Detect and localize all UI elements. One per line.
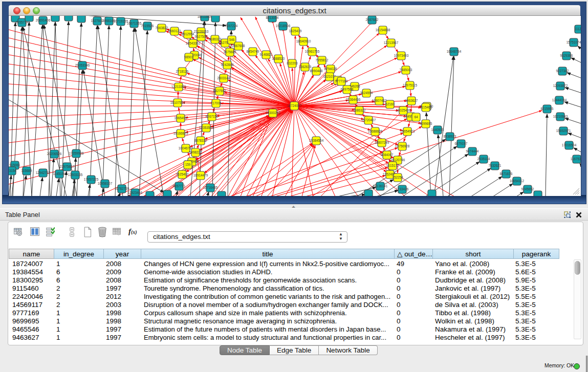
svg-text:1588520: 1588520 (272, 57, 285, 60)
svg-text:17359928: 17359928 (69, 151, 84, 155)
svg-text:8267150: 8267150 (206, 115, 219, 118)
svg-text:12444194: 12444194 (552, 98, 567, 102)
svg-text:10973493: 10973493 (394, 54, 409, 57)
svg-text:12213967: 12213967 (384, 41, 399, 45)
svg-text:9084067: 9084067 (381, 153, 394, 157)
svg-text:20691406: 20691406 (36, 18, 51, 22)
svg-text:8427552: 8427552 (213, 89, 226, 93)
svg-text:16154838: 16154838 (376, 28, 390, 32)
svg-text:9474444: 9474444 (466, 149, 479, 153)
svg-text:9242848: 9242848 (221, 63, 234, 67)
svg-text:7485003: 7485003 (400, 68, 412, 72)
svg-text:3624554: 3624554 (360, 91, 373, 95)
svg-text:17957225: 17957225 (84, 178, 99, 181)
svg-text:19218506: 19218506 (276, 24, 291, 28)
svg-text:8813054: 8813054 (266, 16, 279, 19)
svg-text:16033809: 16033809 (198, 16, 212, 18)
svg-text:6879197: 6879197 (455, 142, 468, 145)
svg-text:252254: 252254 (392, 176, 403, 179)
svg-text:9777169: 9777169 (335, 79, 348, 83)
svg-text:9146821: 9146821 (260, 53, 273, 56)
svg-text:832203: 832203 (287, 61, 298, 65)
svg-text:8990448: 8990448 (310, 69, 323, 73)
svg-text:13503135: 13503135 (68, 173, 83, 177)
svg-text:29053346: 29053346 (75, 63, 90, 67)
svg-text:159: 159 (185, 163, 191, 166)
svg-text:9329366: 9329366 (560, 54, 573, 57)
svg-text:12093872: 12093872 (553, 84, 568, 87)
svg-text:16648784: 16648784 (447, 50, 462, 53)
svg-text:15692971: 15692971 (556, 129, 571, 133)
svg-text:915061: 915061 (9, 163, 20, 167)
svg-text:9245652: 9245652 (521, 187, 534, 191)
svg-text:2935114: 2935114 (477, 157, 490, 161)
svg-text:14136141: 14136141 (373, 184, 388, 188)
svg-text:9657771: 9657771 (173, 184, 186, 188)
svg-text:19756928: 19756928 (395, 144, 410, 148)
svg-text:8454749: 8454749 (247, 50, 259, 53)
svg-text:16671355: 16671355 (127, 21, 142, 25)
svg-text:10807487: 10807487 (372, 99, 387, 102)
svg-text:16120746: 16120746 (390, 158, 405, 162)
svg-text:17016504: 17016504 (562, 143, 577, 147)
svg-text:23975857: 23975857 (60, 165, 75, 168)
svg-text:7632621: 7632621 (489, 164, 502, 167)
svg-text:16914479: 16914479 (193, 173, 208, 177)
svg-text:12942737: 12942737 (36, 171, 51, 174)
svg-text:6497568: 6497568 (341, 87, 354, 91)
svg-text:717006: 717006 (210, 101, 222, 105)
svg-text:12213369: 12213369 (171, 85, 186, 89)
svg-text:8938923: 8938923 (444, 135, 456, 138)
svg-text:6794028: 6794028 (324, 67, 337, 71)
svg-text:9227342: 9227342 (556, 69, 569, 73)
svg-text:16782759: 16782759 (115, 187, 129, 190)
svg-text:11923446: 11923446 (128, 191, 142, 194)
svg-text:15716485: 15716485 (203, 186, 218, 189)
svg-text:2867608: 2867608 (232, 44, 245, 48)
svg-text:19166825: 19166825 (173, 132, 188, 135)
svg-text:9699695: 9699695 (420, 122, 432, 125)
svg-text:5498222: 5498222 (189, 150, 202, 154)
svg-text:10654112: 10654112 (510, 179, 524, 183)
svg-text:2087682: 2087682 (366, 18, 379, 21)
svg-text:10688609: 10688609 (368, 129, 383, 133)
svg-text:1615172: 1615172 (386, 164, 399, 167)
svg-text:1825419: 1825419 (289, 29, 302, 33)
svg-text:19300293: 19300293 (266, 111, 280, 115)
svg-text:16107554: 16107554 (170, 101, 185, 104)
svg-text:8471676: 8471676 (500, 172, 513, 176)
svg-text:16543362: 16543362 (186, 41, 201, 45)
svg-text:15751074: 15751074 (567, 40, 581, 44)
svg-text:7386322: 7386322 (353, 108, 366, 112)
svg-text:2718126: 2718126 (176, 70, 189, 73)
svg-text:1145194: 1145194 (53, 172, 66, 176)
svg-text:8215955: 8215955 (541, 107, 554, 111)
svg-text:19654923: 19654923 (400, 129, 415, 133)
svg-text:1362615: 1362615 (299, 65, 312, 69)
svg-text:9527509: 9527509 (195, 35, 208, 38)
svg-text:18724007: 18724007 (287, 104, 302, 107)
svg-text:10025438: 10025438 (396, 108, 411, 112)
svg-text:8186323: 8186323 (209, 37, 222, 41)
svg-text:9463627: 9463627 (405, 99, 418, 102)
svg-text:15720407: 15720407 (361, 118, 376, 122)
svg-text:3675685: 3675685 (224, 50, 236, 54)
svg-text:11125: 11125 (575, 27, 581, 31)
svg-text:7663822: 7663822 (156, 26, 168, 30)
svg-text:62160: 62160 (385, 102, 395, 106)
svg-text:9115460: 9115460 (420, 105, 432, 109)
svg-text:1167533: 1167533 (571, 157, 581, 161)
svg-text:10961755: 10961755 (305, 50, 320, 53)
svg-text:8660123: 8660123 (168, 29, 181, 33)
svg-text:98901: 98901 (184, 55, 193, 59)
svg-text:115689: 115689 (21, 169, 32, 172)
svg-text:1733426: 1733426 (396, 187, 409, 191)
svg-text:12975115: 12975115 (403, 83, 417, 87)
svg-text:20206526: 20206526 (47, 152, 62, 156)
svg-text:10958107: 10958107 (98, 182, 113, 185)
svg-text:8878332: 8878332 (194, 139, 207, 142)
svg-text:93154: 93154 (9, 169, 16, 172)
svg-text:12353594: 12353594 (199, 126, 214, 129)
svg-text:546: 546 (229, 38, 235, 41)
svg-text:7955812: 7955812 (316, 58, 329, 62)
